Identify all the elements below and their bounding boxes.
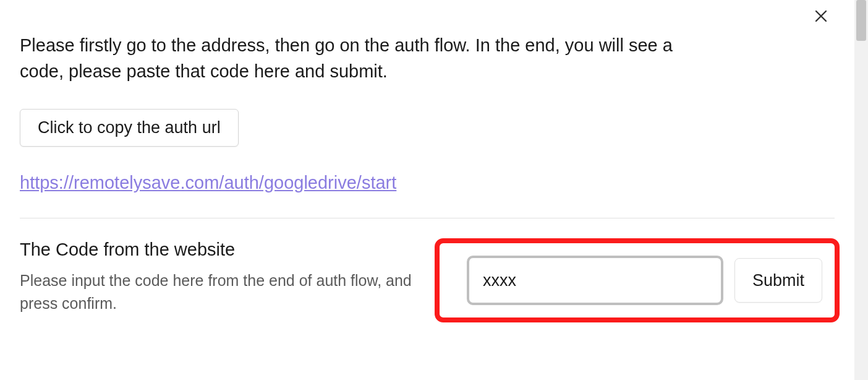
code-input[interactable] [467,256,723,305]
code-heading: The Code from the website [20,238,415,262]
code-input-group: Submit [454,238,835,322]
auth-modal: Please firstly go to the address, then g… [0,0,854,380]
copy-auth-url-button[interactable]: Click to copy the auth url [20,109,239,147]
section-divider [20,218,835,218]
scrollbar-track[interactable] [854,0,868,380]
submit-button[interactable]: Submit [734,258,822,303]
close-icon[interactable] [812,7,830,25]
scrollbar-thumb[interactable] [856,0,866,41]
code-label-group: The Code from the website Please input t… [20,238,415,316]
auth-url-link[interactable]: https://remotelysave.com/auth/googledriv… [20,173,396,193]
instructions-text: Please firstly go to the address, then g… [20,32,712,84]
code-form-row: The Code from the website Please input t… [20,238,835,322]
code-help-text: Please input the code here from the end … [20,269,415,316]
